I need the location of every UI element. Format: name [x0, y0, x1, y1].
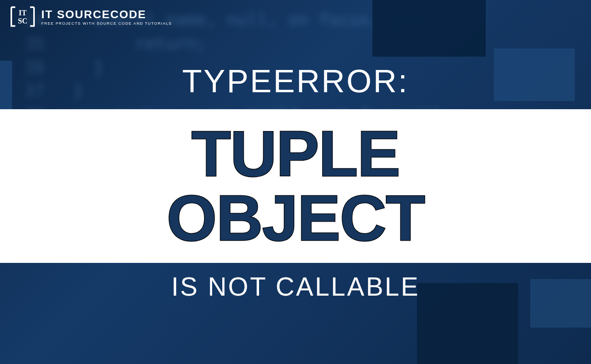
headline-middle-line2: OBJECT: [167, 186, 425, 250]
logo-icon: IT SC: [9, 5, 36, 28]
brand-tagline: FREE PROJECTS WITH SOURCE CODE AND TUTOR…: [41, 21, 172, 25]
headline-band: TUPLE OBJECT: [0, 109, 591, 263]
brand-name: IT SOURCECODE: [41, 8, 172, 21]
headline-bottom: IS NOT CALLABLE: [0, 272, 591, 302]
decorative-square: [372, 0, 486, 57]
svg-text:SC: SC: [18, 17, 27, 25]
brand-logo: IT SC IT SOURCECODE FREE PROJECTS WITH S…: [9, 5, 172, 28]
headline-middle-line1: TUPLE: [191, 122, 400, 186]
headline-top: TYPEERROR:: [0, 63, 591, 100]
svg-text:IT: IT: [19, 9, 26, 17]
